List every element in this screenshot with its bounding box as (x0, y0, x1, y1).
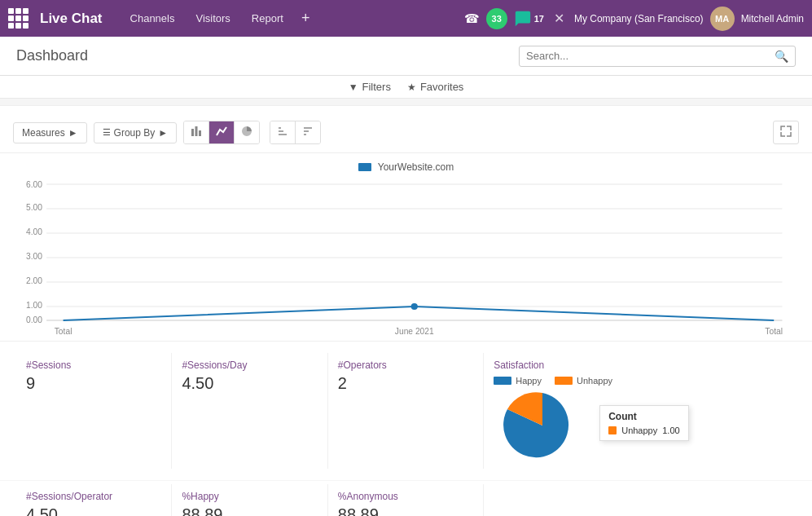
stat-sessions-operator-value: 4.50 (26, 505, 161, 516)
chart-legend: YourWebsite.com (13, 161, 799, 173)
svg-text:1.00: 1.00 (26, 301, 42, 310)
happy-color (494, 377, 511, 385)
stat-happy: %Happy 88.89 (172, 484, 327, 516)
filter-icon: ▼ (349, 82, 358, 93)
pie-and-tooltip: Count Unhappy 1.00 (494, 389, 786, 462)
satisfaction-section: Satisfaction Happy Unhappy (484, 353, 796, 469)
tooltip-dot (608, 426, 617, 434)
svg-text:0.00: 0.00 (26, 315, 42, 324)
stat-operators-label: #Operators (338, 359, 473, 371)
favorites-label: Favorites (420, 81, 463, 93)
stat-anonymous-value: 88.89 (338, 505, 473, 516)
star-icon: ★ (407, 82, 416, 93)
svg-rect-0 (191, 129, 194, 136)
groupby-caret: ► (158, 127, 168, 139)
stat-sessions-operator-label: #Sessions/Operator (26, 491, 161, 502)
svg-text:Total: Total (55, 327, 72, 336)
nav-channels[interactable]: Channels (122, 9, 183, 28)
chart-tooltip: Count Unhappy 1.00 (599, 405, 688, 441)
satisfaction-legend: Happy Unhappy (494, 376, 786, 386)
nav-visitors[interactable]: Visitors (187, 9, 238, 28)
company-selector[interactable]: My Company (San Francisco) (574, 13, 704, 24)
subheader: Dashboard 🔍 (0, 37, 812, 76)
stat-anonymous: %Anonymous 88.89 (328, 484, 484, 516)
main-content: Measures ► ☰ Group By ► (0, 105, 812, 516)
svg-text:5.00: 5.00 (26, 203, 42, 212)
chat-icon (514, 10, 532, 28)
app-title: Live Chat (40, 11, 103, 27)
pie-chart-svg (494, 389, 591, 462)
groupby-icon: ☰ (103, 127, 111, 138)
legend-unhappy: Unhappy (555, 376, 612, 386)
avatar[interactable]: MA (710, 7, 735, 31)
stats-row2-spacer (484, 484, 796, 516)
sort-desc-button[interactable] (296, 121, 320, 143)
nav-report[interactable]: Report (244, 9, 292, 28)
stats-row-1: #Sessions 9 #Sessions/Day 4.50 #Operator… (0, 341, 812, 480)
unhappy-label: Unhappy (577, 376, 612, 386)
tooltip-row: Unhappy 1.00 (608, 426, 679, 435)
happy-label: Happy (516, 376, 542, 386)
chart-legend-label: YourWebsite.com (378, 161, 454, 173)
svg-text:6.00: 6.00 (26, 180, 42, 189)
bar-chart-button[interactable] (184, 121, 209, 143)
legend-dot (358, 163, 371, 171)
add-menu-button[interactable]: + (296, 8, 315, 29)
page-title: Dashboard (16, 47, 511, 64)
filters-label: Filters (362, 81, 391, 93)
chat-badge[interactable]: 17 (514, 10, 544, 28)
expand-button[interactable] (773, 121, 799, 144)
measures-label: Measures (22, 127, 65, 139)
sort-asc-button[interactable] (270, 121, 296, 143)
stat-sessions-day: #Sessions/Day 4.50 (172, 353, 327, 469)
tooltip-row-label: Unhappy (621, 426, 657, 435)
chart-type-buttons (183, 121, 260, 144)
stat-sessions-day-value: 4.50 (182, 374, 317, 393)
user-name[interactable]: Mitchell Admin (741, 13, 804, 24)
phone-icon[interactable]: ☎ (464, 11, 480, 26)
filterbar: ▼ Filters ★ Favorites (0, 76, 812, 99)
search-input[interactable] (526, 50, 775, 62)
data-point (411, 303, 418, 310)
toolbar: Measures ► ☰ Group By ► (0, 112, 812, 153)
apps-menu-button[interactable] (8, 8, 29, 29)
stat-happy-label: %Happy (182, 491, 317, 502)
svg-text:Total: Total (765, 327, 783, 336)
svg-text:2.00: 2.00 (26, 276, 42, 285)
tooltip-row-value: 1.00 (662, 426, 679, 435)
chat-count: 17 (534, 14, 544, 24)
stats-row-2: #Sessions/Operator 4.50 %Happy 88.89 %An… (0, 480, 812, 516)
unhappy-color (555, 377, 573, 385)
groupby-label: Group By (114, 127, 156, 139)
close-icon[interactable]: ✕ (554, 11, 564, 26)
svg-text:3.00: 3.00 (26, 252, 42, 261)
line-chart-svg: 0.00 1.00 2.00 3.00 4.00 5.00 6.00 Total… (13, 178, 799, 341)
sort-buttons (270, 121, 321, 144)
stat-sessions-label: #Sessions (26, 359, 161, 371)
stat-sessions: #Sessions 9 (16, 353, 172, 469)
groupby-button[interactable]: ☰ Group By ► (94, 122, 178, 143)
topnav-icons: ☎ 33 17 ✕ My Company (San Francisco) MA … (464, 7, 804, 31)
activity-badge[interactable]: 33 (486, 8, 507, 29)
stat-anonymous-label: %Anonymous (338, 491, 473, 502)
stat-operators-value: 2 (338, 374, 473, 393)
tooltip-title: Count (608, 411, 679, 422)
svg-text:4.00: 4.00 (26, 227, 42, 236)
legend-happy: Happy (494, 376, 542, 386)
search-icon[interactable]: 🔍 (775, 50, 788, 63)
line-chart-button[interactable] (209, 121, 235, 143)
activity-count: 33 (486, 8, 507, 29)
search-container: 🔍 (519, 46, 796, 67)
topnav: Live Chat Channels Visitors Report + ☎ 3… (0, 0, 812, 37)
chart-svg: 0.00 1.00 2.00 3.00 4.00 5.00 6.00 Total… (13, 178, 799, 341)
measures-button[interactable]: Measures ► (13, 122, 87, 143)
stat-operators: #Operators 2 (328, 353, 484, 469)
stat-happy-value: 88.89 (182, 505, 317, 516)
svg-rect-2 (199, 130, 201, 136)
satisfaction-title: Satisfaction (494, 359, 786, 371)
svg-text:June 2021: June 2021 (395, 327, 434, 336)
pie-chart-button[interactable] (235, 121, 259, 143)
measures-caret: ► (68, 127, 78, 139)
filters-button[interactable]: ▼ Filters (349, 81, 391, 93)
favorites-button[interactable]: ★ Favorites (407, 81, 463, 93)
